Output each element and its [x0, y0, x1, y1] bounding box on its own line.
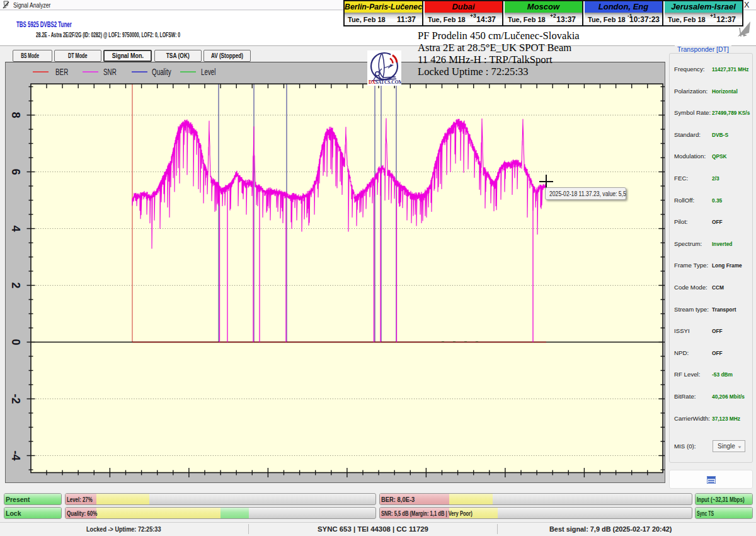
svg-text:-4: -4: [9, 450, 22, 460]
svg-text:SNR: SNR: [103, 67, 117, 77]
svg-text:2: 2: [9, 282, 22, 288]
svg-text:BER: BER: [55, 67, 68, 77]
svg-text:6: 6: [9, 168, 22, 175]
svg-text:DXSATCS.COM: DXSATCS.COM: [369, 79, 401, 85]
svg-text:Quality: Quality: [152, 67, 171, 77]
svg-text:8: 8: [9, 112, 22, 118]
svg-text:Level: Level: [201, 67, 216, 77]
svg-text:0: 0: [9, 339, 22, 345]
svg-text:-2: -2: [9, 393, 22, 404]
svg-text:4: 4: [9, 225, 22, 231]
